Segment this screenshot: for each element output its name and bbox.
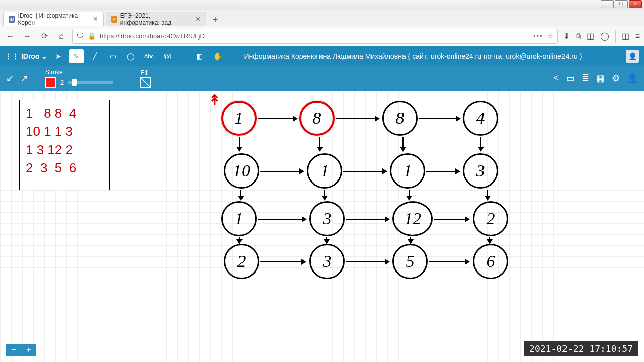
tab-label: IDroo || Информатика Корен — [18, 12, 88, 26]
graph-node[interactable]: 5 — [392, 244, 428, 279]
window-controls: — ❐ ✕ — [601, 0, 642, 8]
whiteboard-canvas[interactable]: 1 8 8 4 10 1 1 3 1 3 12 2 2 3 5 6 ↟ 1 8 … — [0, 90, 644, 362]
graph-arrow — [487, 190, 488, 200]
tool-formula[interactable]: f(x) — [160, 49, 174, 63]
graph-arrow — [240, 190, 242, 200]
right-tool-icons: < ▭ ≣ ▦ ⚙ 👤 — [553, 73, 638, 84]
tool-hand[interactable]: ✋ — [210, 49, 224, 63]
idroo-toolbar: ⋮⋮ IDroo ⌄ ➤ ✎ ╱ ▭ ◯ Abc f(x) ◧ ✋ Информ… — [0, 46, 644, 66]
stroke-color-swatch[interactable] — [45, 77, 56, 88]
collapse-down-icon[interactable]: ↙ — [6, 73, 14, 84]
stroke-label: Stroke — [45, 69, 113, 76]
bookmark-star-icon[interactable]: ☆ — [547, 32, 553, 40]
favicon-idroo-icon: ID — [9, 16, 15, 23]
extension-icon[interactable]: ◫ — [622, 31, 629, 41]
board-title: Информатика Коренюгина Людмила Михайловн… — [244, 52, 582, 60]
nav-forward-button[interactable]: → — [21, 30, 33, 42]
stroke-width-slider[interactable] — [68, 81, 113, 84]
graph-node[interactable]: 8 — [299, 101, 335, 136]
window-titlebar: — ❐ ✕ — [0, 0, 644, 10]
browser-tab-ege[interactable]: ✶ ЕГЭ−2021, информатика: зад ✕ — [106, 12, 206, 26]
graph-arrow — [429, 261, 469, 262]
settings-icon[interactable]: ⚙ — [612, 73, 620, 84]
graph-node[interactable]: 1 — [307, 153, 342, 189]
image-icon[interactable]: ▦ — [596, 73, 605, 84]
user-avatar[interactable]: 👤 — [626, 50, 639, 63]
tool-pen[interactable]: ✎ — [69, 49, 84, 63]
window-maximize-button[interactable]: ❐ — [615, 0, 628, 8]
graph-arrow — [346, 261, 389, 262]
users-icon[interactable]: 👤 — [627, 73, 638, 84]
graph-arrow — [258, 219, 306, 220]
tool-pointer[interactable]: ➤ — [51, 49, 65, 63]
window-close-button[interactable]: ✕ — [629, 0, 642, 8]
graph-node[interactable]: 1 — [390, 153, 425, 189]
chevron-down-icon[interactable]: ⌄ — [41, 52, 47, 60]
graph-node[interactable]: 8 — [382, 101, 418, 136]
shield-icon[interactable]: 🛡 — [77, 32, 84, 40]
browser-tab-idroo[interactable]: ID IDroo || Информатика Корен ✕ — [3, 12, 104, 26]
graph-node[interactable]: 2 — [224, 244, 259, 279]
graph-drawing: ↟ 1 8 8 4 10 1 1 3 1 3 12 2 2 3 5 6 — [211, 96, 523, 287]
graph-node[interactable]: 10 — [224, 153, 259, 189]
graph-node[interactable]: 2 — [473, 201, 508, 236]
graph-node[interactable]: 3 — [309, 244, 345, 279]
graph-arrow — [480, 137, 481, 151]
tool-ellipse[interactable]: ◯ — [124, 49, 138, 63]
matrix-row: 1 8 8 4 — [26, 104, 103, 122]
menu-icon[interactable]: ≡ — [635, 32, 640, 41]
window-minimize-button[interactable]: — — [601, 0, 614, 8]
graph-node[interactable]: 1 — [221, 201, 257, 236]
zoom-control: − + — [6, 344, 36, 356]
tool-line[interactable]: ╱ — [88, 49, 102, 63]
nav-back-button[interactable]: ← — [4, 30, 16, 42]
nav-reload-button[interactable]: ⟳ — [38, 30, 50, 42]
document-icon[interactable]: ≣ — [582, 73, 589, 84]
slider-knob[interactable] — [72, 79, 77, 86]
graph-node[interactable]: 6 — [473, 244, 508, 279]
sidebar-icon[interactable]: ◫ — [587, 31, 594, 41]
new-tab-button[interactable]: + — [208, 14, 222, 26]
graph-arrow — [419, 118, 460, 119]
tool-eraser[interactable]: ◧ — [192, 49, 206, 63]
fill-controls: Fill — [140, 69, 151, 88]
graph-node[interactable]: 1 — [221, 101, 257, 136]
nav-home-button[interactable]: ⌂ — [55, 30, 67, 42]
zoom-out-button[interactable]: − — [11, 345, 16, 354]
graph-arrow — [258, 118, 297, 119]
url-text: https://idroo.com/board-lCwTRtULjD — [100, 32, 529, 40]
red-arrow-annotation: ↟ — [209, 92, 220, 108]
library-icon[interactable]: ⎙ — [576, 32, 581, 41]
lock-icon[interactable]: 🔒 — [88, 32, 96, 40]
fill-label: Fill — [140, 69, 151, 76]
address-bar-row: ← → ⟳ ⌂ 🛡 🔒 https://idroo.com/board-lCwT… — [0, 26, 644, 46]
tool-text[interactable]: Abc — [142, 49, 156, 63]
graph-arrow — [319, 137, 320, 151]
account-icon[interactable]: ◯ — [600, 31, 609, 41]
fill-swatch[interactable] — [140, 77, 151, 88]
idroo-logo[interactable]: ⋮⋮ IDroo ⌄ — [5, 52, 47, 60]
idroo-subtoolbar: ↙ ↗ Stroke 2 Fill < ▭ ≣ ▦ ⚙ 👤 — [0, 66, 644, 90]
stroke-width-value: 2 — [60, 79, 64, 86]
timestamp-overlay: 2021-02-22 17:10:57 — [524, 341, 638, 356]
separator — [615, 30, 616, 43]
matrix-text-box[interactable]: 1 8 8 4 10 1 1 3 1 3 12 2 2 3 5 6 — [19, 100, 110, 190]
graph-node[interactable]: 3 — [309, 201, 345, 236]
zoom-in-button[interactable]: + — [26, 345, 31, 354]
logo-text: ⋮⋮ IDroo — [5, 52, 39, 60]
tab-close-icon[interactable]: ✕ — [93, 15, 98, 23]
chat-icon[interactable]: ▭ — [566, 73, 575, 84]
tab-close-icon[interactable]: ✕ — [195, 15, 201, 23]
share-icon[interactable]: < — [553, 73, 559, 84]
graph-arrow — [324, 190, 325, 200]
download-icon[interactable]: ⬇ — [563, 31, 570, 41]
graph-arrow — [239, 237, 240, 243]
graph-node[interactable]: 12 — [392, 201, 433, 236]
tool-rectangle[interactable]: ▭ — [106, 49, 120, 63]
url-box[interactable]: 🛡 🔒 https://idroo.com/board-lCwTRtULjD •… — [72, 29, 558, 44]
graph-node[interactable]: 4 — [463, 101, 498, 136]
expand-up-icon[interactable]: ↗ — [21, 73, 28, 84]
graph-node[interactable]: 3 — [463, 153, 498, 189]
graph-arrow — [426, 171, 459, 172]
page-actions-icon[interactable]: ••• — [533, 32, 543, 40]
